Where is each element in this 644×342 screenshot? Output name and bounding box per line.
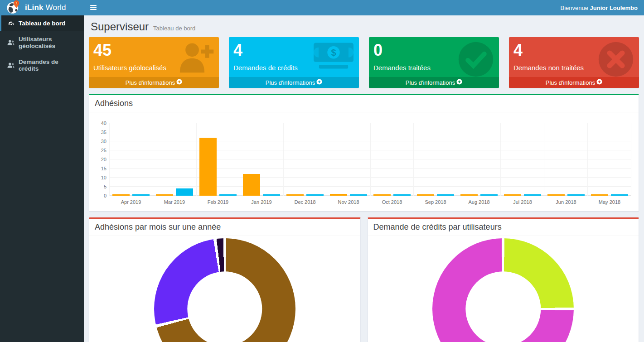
credits-donut-box: Demande de crédits par utilisateurs (368, 217, 639, 342)
money-icon: $ (313, 41, 354, 72)
x-axis-tick: Aug 2018 (457, 199, 501, 205)
y-axis-tick: 5 (94, 184, 107, 189)
page-title: Superviseur (91, 20, 149, 33)
sidebar-item-tableau-de-bord[interactable]: Tableau de bord (0, 15, 84, 31)
bar (112, 194, 130, 196)
x-axis-tick: Feb 2019 (196, 199, 240, 205)
bar (373, 194, 391, 196)
bar (567, 194, 585, 196)
bar-group (153, 123, 196, 196)
y-axis-tick: 15 (94, 166, 107, 171)
bar (176, 188, 193, 196)
breadcrumb: Tableau de bord (153, 25, 195, 32)
bar (417, 194, 434, 196)
brand-logo-link[interactable]: $ iLink World (0, 0, 84, 15)
credits-donut-chart (432, 238, 574, 342)
adhesions-donut-title: Adhésions par mois sur une année (89, 219, 360, 236)
sidebar: Tableau de bordUtilisateurs géolocalisés… (0, 15, 84, 342)
info-box-demandes-trait-es: 0Demandes traitéesPlus d'informations (369, 37, 499, 88)
bar (286, 194, 304, 196)
adhesions-bar-chart: 0510152025303540Apr 2019Mar 2019Feb 2019… (94, 117, 634, 207)
top-navbar: $ iLink World Bienvenue Junior Loulembo (0, 0, 644, 15)
bar (547, 194, 565, 196)
bar (132, 194, 150, 196)
welcome-message: Bienvenue Junior Loulembo (560, 5, 644, 11)
x-axis-labels: Apr 2019Mar 2019Feb 2019Jan 2019Dec 2018… (109, 197, 631, 207)
bar-group (196, 123, 240, 196)
users-icon (7, 62, 15, 68)
bar (393, 194, 411, 196)
x-axis-tick: Nov 2018 (327, 199, 370, 205)
hamburger-icon (90, 4, 97, 12)
brand-text: iLink World (25, 3, 66, 12)
bar (350, 194, 367, 196)
donut-hole (466, 271, 541, 342)
bar-group (327, 123, 370, 196)
arrow-circle-right-icon (176, 79, 182, 86)
arrow-circle-right-icon (316, 79, 322, 86)
x-axis-tick: Jun 2018 (544, 199, 588, 205)
username: Junior Loulembo (590, 5, 638, 11)
main-content: Superviseur Tableau de bord 45Utilisateu… (84, 15, 644, 342)
bar (243, 174, 260, 196)
bar (306, 194, 324, 196)
globe-pin-logo-icon: $ (6, 0, 21, 16)
adhesions-donut-box: Adhésions par mois sur une année (89, 217, 361, 342)
arrow-circle-right-icon (456, 79, 462, 86)
info-boxes-row: 45Utilisateurs géolocalisésPlus d'inform… (89, 37, 639, 88)
info-box-utilisateurs-g-olocalis-s: 45Utilisateurs géolocalisésPlus d'inform… (89, 37, 219, 88)
adhesions-chart-title: Adhésions (89, 95, 639, 112)
credits-donut-title: Demande de crédits par utilisateurs (368, 219, 639, 236)
svg-text:$: $ (331, 48, 336, 58)
bar-group (109, 123, 153, 196)
y-axis-tick: 0 (94, 193, 107, 198)
y-axis-tick: 20 (94, 157, 107, 162)
sidebar-item-label: Utilisateurs géolocalisés (19, 36, 79, 49)
bar (504, 194, 521, 196)
adhesions-chart-box: Adhésions 0510152025303540Apr 2019Mar 20… (89, 94, 639, 212)
bar (199, 138, 217, 196)
user-plus-icon (176, 41, 214, 75)
bar-group (370, 123, 414, 196)
bar-group (457, 123, 500, 196)
x-axis-tick: May 2018 (588, 199, 631, 205)
info-box-demandes-de-cr-dits: 4Demandes de crédits$Plus d'informations (229, 37, 359, 88)
bar-group (240, 123, 283, 196)
sidebar-item-utilisateurs-g-olocalis-s[interactable]: Utilisateurs géolocalisés (0, 31, 84, 54)
bar (330, 194, 347, 196)
x-axis-tick: Mar 2019 (153, 199, 196, 205)
sidebar-item-label: Demandes de crédits (19, 58, 79, 72)
y-axis-tick: 40 (94, 120, 107, 126)
times-circle-icon (597, 41, 634, 80)
y-axis-tick: 35 (94, 130, 107, 135)
x-axis-tick: Oct 2018 (370, 199, 414, 205)
x-axis-tick: Jan 2019 (240, 199, 283, 205)
bar-group (283, 123, 327, 196)
sidebar-item-label: Tableau de bord (19, 20, 65, 27)
bar-chart-plot (109, 123, 631, 196)
check-circle-icon (457, 41, 494, 80)
y-axis-tick: 30 (94, 139, 107, 144)
bar (219, 194, 237, 196)
bar (591, 194, 608, 196)
y-axis-tick: 10 (94, 175, 107, 180)
bar (460, 194, 478, 196)
sidebar-item-demandes-de-cr-dits[interactable]: Demandes de crédits (0, 54, 84, 77)
bar (263, 194, 280, 196)
bar (156, 194, 173, 196)
dashboard-icon (7, 20, 15, 27)
x-axis-tick: Jul 2018 (501, 199, 544, 205)
bar (437, 194, 454, 196)
bar (524, 194, 541, 196)
bar-group (544, 123, 587, 196)
more-info-link[interactable]: Plus d'informations (89, 77, 219, 88)
x-axis-tick: Sep 2018 (414, 199, 457, 205)
users-icon (7, 39, 15, 46)
bar-group (587, 123, 631, 196)
sidebar-toggle-button[interactable] (84, 0, 103, 15)
more-info-link[interactable]: Plus d'informations (229, 77, 359, 88)
x-axis-tick: Apr 2019 (109, 199, 153, 205)
bar-group (500, 123, 544, 196)
adhesions-donut-chart (154, 238, 295, 342)
y-axis-tick: 25 (94, 148, 107, 153)
